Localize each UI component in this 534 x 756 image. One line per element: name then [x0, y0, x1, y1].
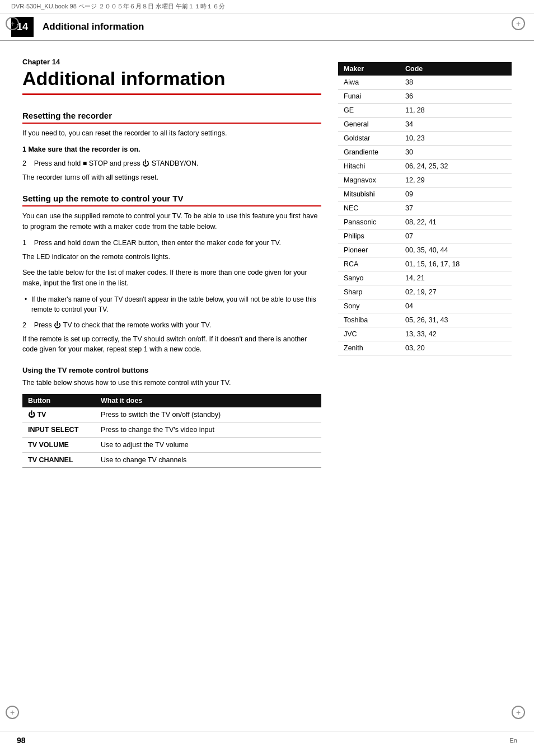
maker-code: 00, 35, 40, 44 [400, 243, 512, 257]
maker-table-row: Grandiente30 [338, 145, 512, 159]
maker-table-row: JVC13, 33, 42 [338, 327, 512, 341]
maker-table-row: Panasonic08, 22, 41 [338, 215, 512, 229]
maker-name: Sony [338, 299, 400, 313]
corner-mark-bl [6, 706, 22, 722]
remote-step1-note: See the table below for the list of make… [22, 267, 321, 289]
maker-code: 11, 28 [400, 104, 512, 118]
chapter-main-title: Additional information [22, 68, 321, 95]
maker-table-row: Aiwa38 [338, 76, 512, 90]
corner-mark-br [512, 706, 528, 722]
btn-table-header-button: Button [22, 394, 95, 407]
maker-table-row: Philips07 [338, 229, 512, 243]
maker-name: RCA [338, 257, 400, 271]
resetting-step2-text: Press and hold ■ STOP and press ⏻ STANDB… [34, 159, 199, 167]
remote-step1: 1 Press and hold down the CLEAR button, … [22, 238, 321, 248]
maker-name: General [338, 118, 400, 132]
maker-code: 37 [400, 201, 512, 215]
maker-name: Pioneer [338, 243, 400, 257]
remote-setup-heading: Setting up the remote to control your TV [22, 194, 321, 206]
maker-code: 08, 22, 41 [400, 215, 512, 229]
maker-table-row: RCA01, 15, 16, 17, 18 [338, 257, 512, 271]
remote-step2-label: 2 [22, 321, 26, 329]
maker-name: Philips [338, 229, 400, 243]
meta-line: DVR-530H_KU.book 98 ページ ２００５年６月８日 水曜日 午前… [0, 0, 534, 13]
maker-table-row: GE11, 28 [338, 104, 512, 118]
remote-setup-section: Setting up the remote to control your TV… [22, 194, 321, 355]
tv-remote-intro: The table below shows how to use this re… [22, 378, 321, 388]
remote-step2-result: If the remote is set up correctly, the T… [22, 334, 321, 355]
maker-name: NEC [338, 201, 400, 215]
remote-step1-label: 1 [22, 239, 26, 247]
maker-code: 09 [400, 187, 512, 201]
code-header: Code [400, 62, 512, 76]
maker-name: Goldstar [338, 132, 400, 145]
maker-name: JVC [338, 327, 400, 341]
maker-code: 38 [400, 76, 512, 90]
maker-code: 07 [400, 229, 512, 243]
maker-table-row: Magnavox12, 29 [338, 173, 512, 187]
maker-table-row: Funai36 [338, 90, 512, 104]
btn-name: INPUT SELECT [22, 422, 95, 437]
btn-table-header-action: What it does [95, 394, 321, 407]
btn-action: Press to change the TV's video input [95, 422, 321, 437]
btn-table-row: TV VOLUMEUse to adjust the TV volume [22, 437, 321, 452]
maker-code: 12, 29 [400, 173, 512, 187]
maker-code: 36 [400, 90, 512, 104]
corner-mark-tr [512, 17, 528, 34]
maker-table-row: Pioneer00, 35, 40, 44 [338, 243, 512, 257]
file-info: DVR-530H_KU.book 98 ページ ２００５年６月８日 水曜日 午前… [11, 3, 225, 10]
resetting-result: The recorder turns off with all settings… [22, 172, 321, 183]
tv-remote-table: Button What it does ⏻ TVPress to switch … [22, 394, 321, 468]
maker-table-row: Sharp02, 19, 27 [338, 285, 512, 299]
resetting-intro: If you need to, you can reset the record… [22, 128, 321, 139]
maker-code: 34 [400, 118, 512, 132]
maker-code: 03, 20 [400, 341, 512, 355]
resetting-step2: 2 Press and hold ■ STOP and press ⏻ STAN… [22, 158, 321, 169]
btn-table-row: INPUT SELECTPress to change the TV's vid… [22, 422, 321, 437]
maker-table-row: Toshiba05, 26, 31, 43 [338, 313, 512, 327]
maker-name: Grandiente [338, 145, 400, 159]
page-wrapper: DVR-530H_KU.book 98 ページ ２００５年６月８日 水曜日 午前… [0, 0, 534, 756]
maker-name: Hitachi [338, 159, 400, 173]
btn-table-row: TV CHANNELUse to change TV channels [22, 452, 321, 467]
resetting-heading: Resetting the recorder [22, 111, 321, 124]
remote-setup-intro: You can use the supplied remote to contr… [22, 211, 321, 232]
maker-name: Sanyo [338, 271, 400, 285]
maker-code: 01, 15, 16, 17, 18 [400, 257, 512, 271]
remote-step1-text: Press and hold down the CLEAR button, th… [34, 239, 281, 247]
tv-remote-heading: Using the TV remote control buttons [22, 366, 321, 374]
maker-table-row: NEC37 [338, 201, 512, 215]
chapter-label: Chapter 14 [22, 58, 321, 66]
btn-action: Press to switch the TV on/off (standby) [95, 407, 321, 422]
maker-table-row: General34 [338, 118, 512, 132]
btn-name: ⏻ TV [22, 407, 95, 422]
lang-code: En [510, 737, 517, 744]
left-column: Chapter 14 Additional information Resett… [22, 58, 321, 479]
maker-table-row: Mitsubishi09 [338, 187, 512, 201]
resetting-step2-label: 2 [22, 159, 26, 167]
maker-code: 02, 19, 27 [400, 285, 512, 299]
maker-code: 14, 21 [400, 271, 512, 285]
page-footer: 98 En [0, 731, 534, 745]
maker-code: 13, 33, 42 [400, 327, 512, 341]
maker-table-row: Sanyo14, 21 [338, 271, 512, 285]
btn-action: Use to adjust the TV volume [95, 437, 321, 452]
maker-header: Maker [338, 62, 400, 76]
maker-table-row: Hitachi06, 24, 25, 32 [338, 159, 512, 173]
maker-name: Aiwa [338, 76, 400, 90]
remote-step1-result: The LED indicator on the remote controls… [22, 252, 321, 262]
btn-action: Use to change TV channels [95, 452, 321, 467]
maker-name: Zenith [338, 341, 400, 355]
remote-step2-text: Press ⏻ TV to check that the remote work… [34, 321, 211, 329]
main-content: Chapter 14 Additional information Resett… [0, 41, 534, 496]
maker-name: Mitsubishi [338, 187, 400, 201]
resetting-step1: 1 Make sure that the recorder is on. [22, 144, 321, 155]
btn-name: TV CHANNEL [22, 452, 95, 467]
maker-name: GE [338, 104, 400, 118]
maker-code: 04 [400, 299, 512, 313]
maker-name: Funai [338, 90, 400, 104]
resetting-section: Resetting the recorder If you need to, y… [22, 111, 321, 182]
btn-table-row: ⏻ TVPress to switch the TV on/off (stand… [22, 407, 321, 422]
maker-codes-table: Maker Code Aiwa38Funai36GE11, 28General3… [338, 62, 512, 355]
maker-table-row: Zenith03, 20 [338, 341, 512, 355]
